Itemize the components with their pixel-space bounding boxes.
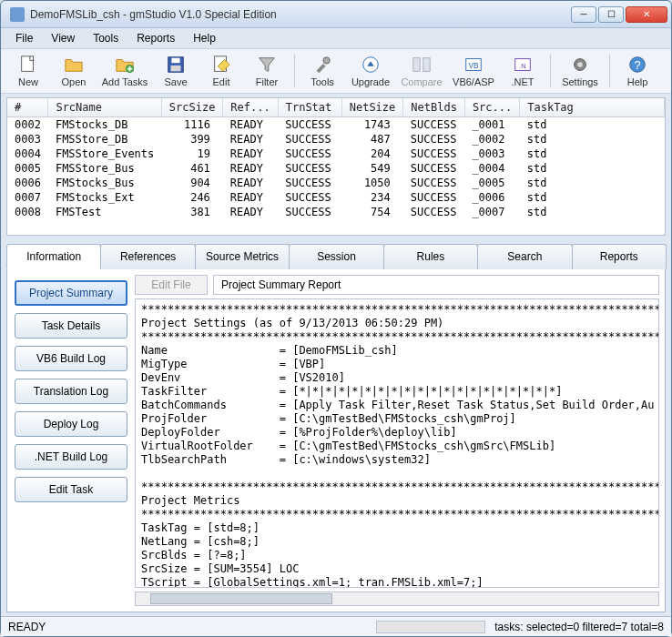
tab-session[interactable]: Session	[289, 244, 383, 269]
btn-project-summary[interactable]: Project Summary	[15, 280, 127, 306]
new-icon	[18, 55, 38, 75]
menu-file[interactable]: File	[8, 30, 40, 46]
tab-information[interactable]: Information	[6, 244, 101, 269]
save-button[interactable]: Save	[154, 51, 198, 91]
table-row[interactable]: 0004FMSStore_Events19READYSUCCESS204SUCC…	[7, 147, 665, 161]
gear-icon	[570, 55, 590, 75]
add-tasks-icon	[115, 55, 135, 75]
edit-icon	[211, 55, 231, 75]
menubar: File View Tools Reports Help	[1, 28, 671, 48]
add-tasks-button[interactable]: Add Tasks	[97, 51, 152, 91]
tools-icon	[312, 55, 332, 75]
btn-translation-log[interactable]: Translation Log	[15, 379, 127, 404]
col-tasktag[interactable]: TaskTag	[520, 98, 665, 117]
side-buttons: Project Summary Task Details VB6 Build L…	[13, 275, 129, 606]
help-icon: ?	[627, 55, 647, 75]
task-grid[interactable]: # SrcName SrcSize Ref... TrnStat NetSize…	[6, 97, 666, 236]
table-row[interactable]: 0002FMStocks_DB1116READYSUCCESS1743SUCCE…	[7, 117, 665, 133]
svg-rect-0	[22, 56, 34, 72]
open-button[interactable]: Open	[52, 51, 96, 91]
upgrade-button[interactable]: Upgrade	[346, 51, 395, 91]
edit-file-button: Edit File	[135, 275, 208, 295]
tab-search[interactable]: Search	[477, 244, 572, 269]
statusbar: READY tasks: selected=0 filtered=7 total…	[1, 616, 671, 636]
menu-tools[interactable]: Tools	[86, 30, 126, 46]
status-ready: READY	[8, 621, 117, 633]
table-row[interactable]: 0007FMStocks_Ext246READYSUCCESS234SUCCES…	[7, 190, 665, 205]
progress-bar	[376, 621, 485, 633]
vb6-icon: VB	[463, 55, 484, 75]
svg-point-15	[577, 62, 583, 67]
tab-rules[interactable]: Rules	[383, 244, 478, 269]
tools-button[interactable]: Tools	[300, 51, 344, 91]
dotnet-icon: .N	[513, 55, 533, 75]
dotnet-button[interactable]: .N.NET	[501, 51, 545, 91]
svg-rect-9	[423, 58, 430, 72]
report-title: Project Summary Report	[213, 275, 659, 295]
upgrade-icon	[361, 55, 381, 75]
compare-icon	[412, 55, 432, 75]
edit-button[interactable]: Edit	[199, 51, 243, 91]
svg-text:?: ?	[634, 58, 640, 72]
table-row[interactable]: 0006FMStocks_Bus904READYSUCCESS1050SUCCE…	[7, 176, 665, 190]
btn-edit-task[interactable]: Edit Task	[15, 477, 127, 502]
help-button[interactable]: ?Help	[616, 51, 659, 91]
svg-rect-4	[171, 66, 181, 71]
col-trnstat[interactable]: TrnStat	[278, 98, 341, 117]
filter-button[interactable]: Filter	[245, 51, 289, 91]
svg-rect-8	[413, 58, 420, 72]
toolbar: New Open Add Tasks Save Edit Filter Tool…	[1, 48, 671, 94]
vb6asp-button[interactable]: VBVB6/ASP	[448, 51, 499, 91]
btn-deploy-log[interactable]: Deploy Log	[15, 411, 127, 437]
compare-button[interactable]: Compare	[397, 51, 446, 91]
col-number[interactable]: #	[7, 98, 48, 117]
btn-dotnet-build-log[interactable]: .NET Build Log	[15, 444, 127, 470]
settings-button[interactable]: Settings	[556, 51, 604, 91]
tabstrip: Information References Source Metrics Se…	[6, 243, 666, 269]
tab-source-metrics[interactable]: Source Metrics	[195, 244, 290, 269]
save-icon	[166, 55, 186, 75]
minimize-button[interactable]: ─	[571, 6, 596, 23]
svg-text:VB: VB	[468, 62, 479, 70]
svg-text:.N: .N	[519, 62, 525, 70]
report-text[interactable]: ****************************************…	[135, 298, 659, 588]
titlebar: DemoFMSLib_csh - gmStudio V1.0 Special E…	[1, 1, 671, 28]
svg-point-6	[323, 57, 330, 64]
window-title: DemoFMSLib_csh - gmStudio V1.0 Special E…	[30, 8, 571, 21]
filter-icon	[257, 55, 277, 75]
scrollbar-thumb[interactable]	[150, 593, 332, 604]
menu-reports[interactable]: Reports	[129, 30, 182, 46]
table-row[interactable]: 0005FMSStore_Bus461READYSUCCESS549SUCCES…	[7, 161, 665, 176]
btn-vb6-build-log[interactable]: VB6 Build Log	[15, 346, 127, 371]
close-button[interactable]: ✕	[626, 6, 667, 23]
col-ref[interactable]: Ref...	[223, 98, 278, 117]
horizontal-scrollbar[interactable]	[135, 592, 659, 606]
col-netblds[interactable]: NetBlds	[403, 98, 465, 117]
svg-rect-3	[171, 58, 179, 63]
app-window: DemoFMSLib_csh - gmStudio V1.0 Special E…	[0, 0, 672, 637]
tab-reports[interactable]: Reports	[572, 244, 667, 269]
maximize-button[interactable]: ☐	[598, 6, 624, 23]
tab-content: Project Summary Task Details VB6 Build L…	[6, 269, 666, 612]
col-netsize[interactable]: NetSize	[341, 98, 403, 117]
new-button[interactable]: New	[6, 51, 50, 91]
open-icon	[64, 55, 84, 75]
tab-references[interactable]: References	[100, 244, 195, 269]
col-src[interactable]: Src...	[464, 98, 519, 117]
grid-header-row: # SrcName SrcSize Ref... TrnStat NetSize…	[7, 98, 665, 117]
status-tasks: tasks: selected=0 filtered=7 total=8	[494, 621, 664, 633]
col-srcname[interactable]: SrcName	[48, 98, 161, 117]
col-srcsize[interactable]: SrcSize	[161, 98, 223, 117]
menu-help[interactable]: Help	[186, 30, 223, 46]
table-row[interactable]: 0008FMSTest381READYSUCCESS754SUCCESS_000…	[7, 205, 665, 219]
table-row[interactable]: 0003FMSStore_DB399READYSUCCESS487SUCCESS…	[7, 132, 665, 147]
app-icon	[10, 7, 25, 22]
menu-view[interactable]: View	[44, 30, 82, 46]
btn-task-details[interactable]: Task Details	[15, 313, 127, 339]
